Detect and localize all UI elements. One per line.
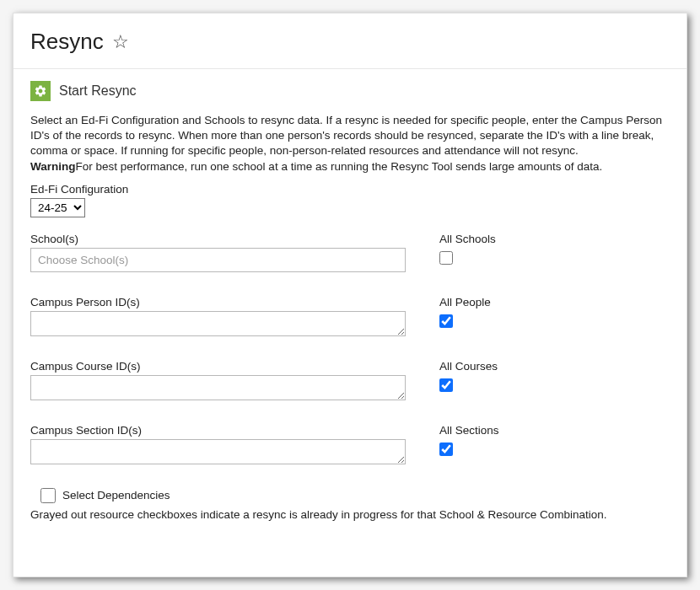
description-text: Select an Ed-Fi Configuration and School… bbox=[30, 113, 670, 174]
warning-text: For best performance, run one school at … bbox=[76, 160, 603, 173]
all-schools-label: All Schools bbox=[439, 233, 496, 245]
edfi-config-select[interactable]: 24-25 bbox=[30, 198, 85, 217]
all-people-label: All People bbox=[439, 296, 491, 308]
schools-row: School(s) All Schools bbox=[30, 233, 670, 272]
all-people-checkbox[interactable] bbox=[439, 314, 453, 328]
description-plain: Select an Ed-Fi Configuration and School… bbox=[30, 114, 662, 157]
dependencies-row: Select Dependencies bbox=[40, 488, 670, 503]
warning-label: Warning bbox=[30, 160, 76, 173]
all-courses-checkbox[interactable] bbox=[439, 378, 453, 392]
resync-window: Resync ☆ Start Resync Select an Ed-Fi Co… bbox=[13, 13, 687, 577]
course-id-input[interactable] bbox=[30, 375, 406, 400]
select-dependencies-checkbox[interactable] bbox=[40, 488, 56, 503]
page-title: Resync bbox=[30, 29, 104, 55]
person-label: Campus Person ID(s) bbox=[30, 296, 406, 308]
section-title: Start Resync bbox=[59, 83, 137, 99]
config-label: Ed-Fi Configuration bbox=[30, 183, 670, 196]
content-area: Start Resync Select an Ed-Fi Configurati… bbox=[13, 69, 687, 538]
all-sections-checkbox[interactable] bbox=[439, 442, 453, 456]
dependencies-label: Select Dependencies bbox=[62, 489, 170, 502]
star-icon[interactable]: ☆ bbox=[112, 31, 129, 53]
course-label: Campus Course ID(s) bbox=[30, 360, 406, 373]
person-id-input[interactable] bbox=[30, 311, 406, 336]
all-sections-label: All Sections bbox=[439, 424, 499, 437]
config-row: Ed-Fi Configuration 24-25 bbox=[30, 183, 670, 217]
all-schools-checkbox[interactable] bbox=[439, 251, 453, 265]
section-id-input[interactable] bbox=[30, 439, 406, 464]
footer-note: Grayed out resource checkboxes indicate … bbox=[30, 508, 670, 521]
schools-label: School(s) bbox=[30, 233, 406, 245]
gear-icon bbox=[30, 81, 51, 101]
section-header: Start Resync bbox=[30, 81, 670, 101]
title-bar: Resync ☆ bbox=[13, 13, 687, 69]
course-row: Campus Course ID(s) All Courses bbox=[30, 360, 670, 400]
person-row: Campus Person ID(s) All People bbox=[30, 296, 670, 336]
section-label: Campus Section ID(s) bbox=[30, 424, 406, 437]
schools-input[interactable] bbox=[30, 248, 406, 272]
section-row: Campus Section ID(s) All Sections bbox=[30, 424, 670, 464]
all-courses-label: All Courses bbox=[439, 360, 498, 373]
